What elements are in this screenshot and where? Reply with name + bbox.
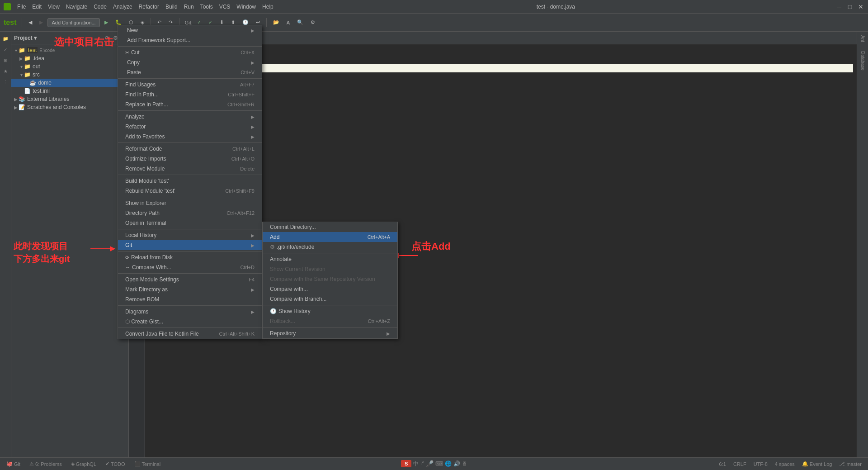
ctx-copy[interactable]: Copy ▶ bbox=[118, 57, 262, 67]
ctx-new[interactable]: New ▶ bbox=[118, 25, 262, 35]
search-everywhere-button[interactable]: 🔍 bbox=[294, 18, 306, 27]
menu-help[interactable]: Help bbox=[259, 3, 276, 11]
git-repository[interactable]: Repository ▶ bbox=[263, 328, 397, 338]
bottom-branch[interactable]: ⎇ master bbox=[836, 460, 864, 468]
vcs-button[interactable]: 📂 bbox=[270, 18, 282, 27]
tree-dome-label: dome bbox=[38, 80, 52, 86]
ctx-module-settings[interactable]: Open Module Settings F4 bbox=[118, 275, 262, 285]
ctx-show-explorer[interactable]: Show in Explorer bbox=[118, 198, 262, 208]
ctx-find-usages[interactable]: Find Usages Alt+F7 bbox=[118, 80, 262, 90]
ctx-remove-module[interactable]: Remove Module Delete bbox=[118, 164, 262, 174]
bottom-problems-btn[interactable]: ⚠ 6: Problems bbox=[27, 460, 65, 468]
hierarchy-sidebar-icon[interactable]: ⋮ bbox=[0, 77, 10, 87]
ctx-open-terminal[interactable]: Open in Terminal bbox=[118, 218, 262, 228]
bottom-encoding[interactable]: UTF-8 bbox=[751, 460, 770, 468]
terminal-icon: ⬛ bbox=[134, 461, 141, 467]
favorites-sidebar-icon[interactable]: ★ bbox=[0, 66, 10, 76]
menu-navigate[interactable]: Navigate bbox=[63, 3, 90, 11]
bottom-indent[interactable]: 4 spaces bbox=[772, 460, 797, 468]
git-show-history[interactable]: 🕐Show History bbox=[263, 306, 397, 316]
settings-button[interactable]: ⚙ bbox=[308, 18, 318, 27]
bottom-event-log[interactable]: 🔔 Event Log bbox=[799, 460, 835, 468]
ctx-sep4 bbox=[118, 142, 262, 143]
ctx-add-favorites[interactable]: Add to Favorites ▶ bbox=[118, 132, 262, 142]
ctx-optimize-imports[interactable]: Optimize Imports Ctrl+Alt+O bbox=[118, 154, 262, 164]
ctx-compare-with[interactable]: ↔Compare With... Ctrl+D bbox=[118, 262, 262, 272]
menu-view[interactable]: View bbox=[45, 3, 62, 11]
tree-idea[interactable]: ▶ 📁 .idea bbox=[11, 54, 128, 62]
menu-analyze[interactable]: Analyze bbox=[110, 3, 135, 11]
ctx-compare-icon: ↔ bbox=[125, 265, 130, 270]
menu-window[interactable]: Window bbox=[234, 3, 259, 11]
menu-run[interactable]: Run bbox=[181, 3, 197, 11]
menu-refactor[interactable]: Refactor bbox=[136, 3, 162, 11]
git-annotate[interactable]: Annotate bbox=[263, 254, 397, 264]
project-sync-button[interactable]: ⟳ bbox=[104, 34, 110, 42]
git-commit-dir[interactable]: Commit Directory... bbox=[263, 222, 397, 232]
bottom-graphql-btn[interactable]: ◈ GraphQL bbox=[68, 460, 99, 468]
tree-root[interactable]: ▾ 📁 test E:\code bbox=[11, 46, 128, 54]
ant-tab[interactable]: Ant bbox=[859, 33, 866, 44]
ctx-diagrams[interactable]: Diagrams ▶ bbox=[118, 307, 262, 317]
maximize-button[interactable]: □ bbox=[846, 3, 854, 10]
run-button[interactable]: ▶ bbox=[102, 18, 111, 27]
forward-button[interactable]: ▶ bbox=[37, 18, 46, 27]
ctx-analyze[interactable]: Analyze ▶ bbox=[118, 112, 262, 122]
menu-tools[interactable]: Tools bbox=[198, 3, 216, 11]
ctx-add-framework[interactable]: Add Framework Support... bbox=[118, 35, 262, 45]
window-title: test - dome.java bbox=[276, 4, 835, 10]
bottom-terminal-btn[interactable]: ⬛ Terminal bbox=[132, 460, 164, 468]
branch-icon: ⎇ bbox=[839, 461, 845, 467]
bottom-git-label: Git bbox=[14, 461, 20, 467]
menu-code[interactable]: Code bbox=[91, 3, 109, 11]
bottom-git-btn[interactable]: 🐙 Git bbox=[4, 460, 23, 468]
tree-dome[interactable]: ☕ dome bbox=[11, 79, 128, 87]
tree-test-iml[interactable]: 📄 test.iml bbox=[11, 87, 128, 95]
ctx-convert-kotlin[interactable]: Convert Java File to Kotlin File Ctrl+Al… bbox=[118, 329, 262, 339]
window-controls: ─ □ ✕ bbox=[835, 3, 864, 10]
project-panel: Project ▾ ⟳ ⚙ – ▾ 📁 test E:\code ▶ 📁 .id… bbox=[11, 32, 129, 457]
ctx-refactor[interactable]: Refactor ▶ bbox=[118, 122, 262, 132]
ctx-replace-path[interactable]: Replace in Path... Ctrl+Shift+R bbox=[118, 100, 262, 109]
line-ending-label: CRLF bbox=[733, 461, 746, 467]
close-button[interactable]: ✕ bbox=[857, 3, 864, 10]
ctx-remove-bom[interactable]: Remove BOM bbox=[118, 294, 262, 304]
git-add[interactable]: Add Ctrl+Alt+A bbox=[263, 232, 397, 242]
tree-root-label: test bbox=[27, 47, 38, 53]
tree-out[interactable]: ▾ 📁 out bbox=[11, 62, 128, 71]
menu-vcs[interactable]: VCS bbox=[217, 3, 233, 11]
ctx-rebuild-module[interactable]: Rebuild Module 'test' Ctrl+Shift+F9 bbox=[118, 186, 262, 196]
ctx-reformat[interactable]: Reformat Code Ctrl+Alt+L bbox=[118, 144, 262, 154]
bottom-todo-btn[interactable]: ✔ TODO bbox=[103, 460, 128, 468]
ctx-local-history[interactable]: Local History ▶ bbox=[118, 230, 262, 240]
ctx-reload-disk[interactable]: ⟳Reload from Disk bbox=[118, 252, 262, 262]
ctx-mark-directory[interactable]: Mark Directory as ▶ bbox=[118, 285, 262, 294]
add-configuration-button[interactable]: Add Configuration... bbox=[47, 18, 99, 27]
ctx-directory-path[interactable]: Directory Path Ctrl+Alt+F12 bbox=[118, 208, 262, 218]
ctx-git[interactable]: Git ▶ bbox=[118, 240, 262, 250]
ctx-cut[interactable]: ✂Cut Ctrl+X bbox=[118, 47, 262, 57]
minimize-button[interactable]: ─ bbox=[835, 3, 843, 10]
commit-sidebar-icon[interactable]: ✓ bbox=[0, 44, 10, 54]
menu-edit[interactable]: Edit bbox=[29, 3, 44, 11]
tree-src[interactable]: ▾ 📁 src bbox=[11, 71, 128, 79]
tray-kbd: ⌨ bbox=[435, 461, 443, 467]
project-sidebar-icon[interactable]: 📁 bbox=[0, 33, 10, 43]
ctx-find-path[interactable]: Find in Path... Ctrl+Shift+F bbox=[118, 90, 262, 100]
back-button[interactable]: ◀ bbox=[26, 18, 35, 27]
bottom-position[interactable]: 6:1 bbox=[717, 460, 729, 468]
git-compare-with[interactable]: Compare with... bbox=[263, 284, 397, 294]
menu-build[interactable]: Build bbox=[163, 3, 180, 11]
translate-button[interactable]: A bbox=[284, 19, 292, 27]
menu-file[interactable]: File bbox=[14, 3, 28, 11]
ctx-create-gist[interactable]: ⬡ Create Gist... bbox=[118, 317, 262, 327]
ctx-paste[interactable]: Paste Ctrl+V bbox=[118, 67, 262, 77]
database-tab[interactable]: Database bbox=[859, 49, 866, 72]
git-compare-branch[interactable]: Compare with Branch... bbox=[263, 294, 397, 304]
tree-external-libs[interactable]: ▶ 📚 External Libraries bbox=[11, 95, 128, 103]
git-exclude[interactable]: ⚙.git/info/exclude bbox=[263, 242, 397, 252]
structure-sidebar-icon[interactable]: ⊞ bbox=[0, 55, 10, 65]
bottom-line-ending[interactable]: CRLF bbox=[731, 460, 749, 468]
ctx-build-module[interactable]: Build Module 'test' bbox=[118, 176, 262, 186]
tree-scratches[interactable]: ▶ 📝 Scratches and Consoles bbox=[11, 103, 128, 111]
